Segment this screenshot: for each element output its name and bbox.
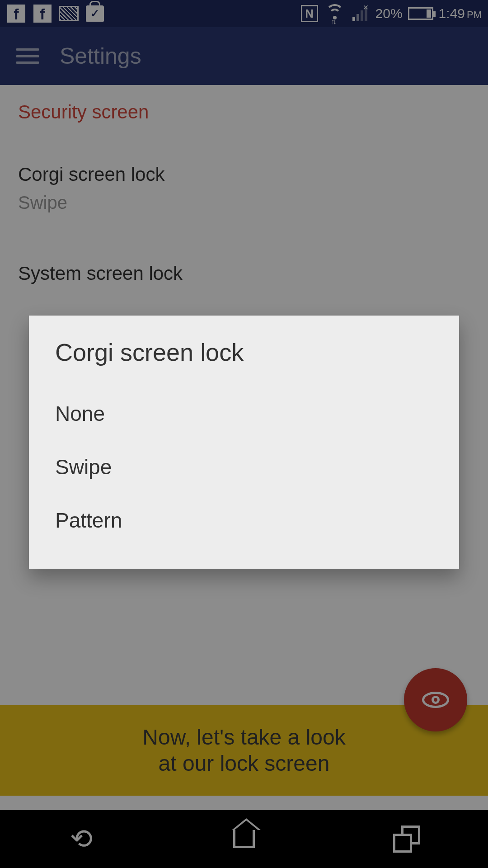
dialog-option-swipe[interactable]: Swipe [55,440,433,494]
dialog-option-none[interactable]: None [55,387,433,440]
screen-lock-dialog: Corgi screen lock None Swipe Pattern [29,316,459,569]
dialog-title: Corgi screen lock [55,338,433,366]
dialog-option-pattern[interactable]: Pattern [55,494,433,547]
